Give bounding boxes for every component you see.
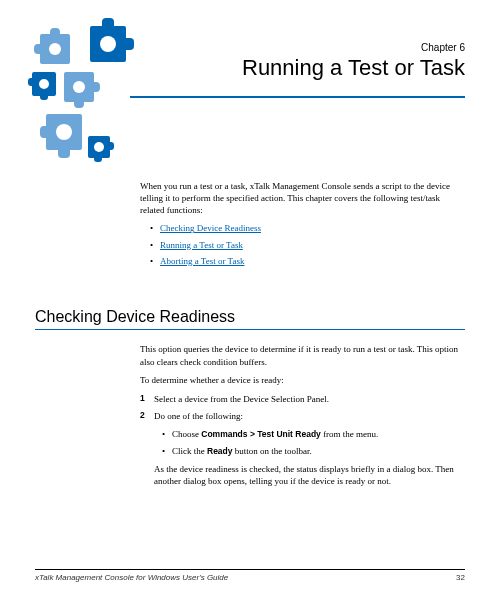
chapter-decoration: [22, 16, 142, 216]
section-p3: As the device readiness is checked, the …: [154, 463, 465, 488]
substep-b: Click the Ready button on the toolbar.: [162, 445, 465, 458]
svg-rect-14: [74, 98, 84, 108]
substep-a-post: from the menu.: [321, 429, 379, 439]
section-title: Checking Device Readiness: [35, 308, 465, 326]
section-heading: Checking Device Readiness: [35, 308, 465, 330]
svg-point-7: [49, 43, 61, 55]
step-text: Do one of the following:: [154, 411, 243, 421]
footer-doc-title: xTalk Management Console for Windows Use…: [35, 573, 228, 582]
svg-point-19: [56, 124, 72, 140]
title-rule: [130, 96, 465, 98]
intro-paragraph: When you run a test or a task, xTalk Man…: [140, 180, 465, 216]
section-body: This option queries the device to determ…: [140, 343, 465, 494]
step-1: 1 Select a device from the Device Select…: [140, 393, 465, 406]
section-rule: [35, 329, 465, 330]
chapter-header: Chapter 6 Running a Test or Task: [242, 42, 465, 81]
sub-steps: Choose Commands > Test Unit Ready from t…: [154, 428, 465, 458]
chapter-label: Chapter 6: [242, 42, 465, 53]
svg-rect-18: [58, 146, 70, 158]
footer-page-number: 32: [456, 573, 465, 582]
link-running-test[interactable]: Running a Test or Task: [160, 240, 243, 250]
substep-a: Choose Commands > Test Unit Ready from t…: [162, 428, 465, 441]
numbered-steps: 1 Select a device from the Device Select…: [140, 393, 465, 488]
svg-point-15: [73, 81, 85, 93]
svg-rect-13: [90, 82, 100, 92]
step-number: 2: [140, 410, 145, 422]
chapter-title: Running a Test or Task: [242, 55, 465, 81]
substep-b-bold: Ready: [207, 446, 233, 456]
page-footer: xTalk Management Console for Windows Use…: [35, 569, 465, 582]
substep-a-bold: Commands > Test Unit Ready: [201, 429, 321, 439]
substep-b-pre: Click the: [172, 446, 207, 456]
svg-rect-6: [34, 44, 44, 54]
list-item: Aborting a Test or Task: [150, 255, 465, 267]
substep-b-post: button on the toolbar.: [233, 446, 312, 456]
svg-point-23: [94, 142, 104, 152]
list-item: Running a Test or Task: [150, 239, 465, 251]
step-text: Select a device from the Device Selectio…: [154, 394, 329, 404]
section-p1: This option queries the device to determ…: [140, 343, 465, 368]
intro-block: When you run a test or a task, xTalk Man…: [140, 180, 465, 271]
substep-a-pre: Choose: [172, 429, 201, 439]
link-checking-readiness[interactable]: Checking Device Readiness: [160, 223, 261, 233]
step-number: 1: [140, 393, 145, 405]
svg-rect-21: [106, 142, 114, 150]
svg-rect-9: [28, 78, 36, 86]
intro-link-list: Checking Device Readiness Running a Test…: [140, 222, 465, 266]
svg-rect-5: [50, 28, 60, 38]
svg-rect-10: [40, 92, 48, 100]
link-aborting-test[interactable]: Aborting a Test or Task: [160, 256, 244, 266]
svg-point-3: [100, 36, 116, 52]
svg-rect-1: [102, 18, 114, 30]
svg-point-11: [39, 79, 49, 89]
svg-rect-2: [122, 38, 134, 50]
list-item: Checking Device Readiness: [150, 222, 465, 234]
section-p2: To determine whether a device is ready:: [140, 374, 465, 387]
svg-rect-22: [94, 154, 102, 162]
step-2: 2 Do one of the following: Choose Comman…: [140, 410, 465, 488]
svg-rect-17: [40, 126, 52, 138]
